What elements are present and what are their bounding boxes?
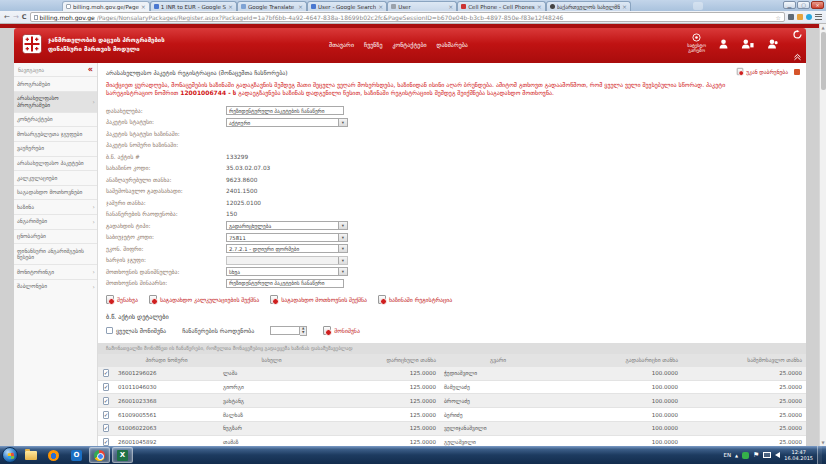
scroll-up-icon[interactable]: ▲	[820, 24, 826, 31]
sidebar-item[interactable]: ვაუჩერები	[14, 141, 97, 156]
browser-tab[interactable]: Cell Phone - Cell Phones ×	[457, 1, 546, 11]
maximize-button[interactable]: ▢	[797, 1, 810, 9]
browser-tab[interactable]: User ×	[387, 1, 457, 11]
forward-arrow-icon[interactable]: →	[13, 13, 19, 22]
sidebar-menu: პროგრამები არასახელფასო პროგრამები › კონ…	[14, 76, 97, 294]
row-checkbox[interactable]: ✓	[103, 424, 110, 432]
show-desktop-button[interactable]	[817, 446, 822, 464]
taskbar-excel-button[interactable]: X	[112, 447, 133, 463]
sidebar-item[interactable]: ანგარიშები ›	[14, 214, 97, 229]
panel-corner-icon[interactable]	[794, 69, 800, 75]
taskbar-firefox-button[interactable]	[43, 447, 64, 463]
user-icon[interactable]	[718, 38, 729, 49]
sidebar-item[interactable]: კალკულაციები	[14, 170, 97, 185]
close-button[interactable]: ×	[811, 1, 824, 9]
select-value: სხვა	[227, 268, 338, 275]
taskbar-outlook-button[interactable]: O	[66, 447, 87, 463]
action-center-flag-icon[interactable]: ⚑	[753, 452, 759, 459]
sidebar-item[interactable]: მოსარგებლეთა ჯგუფები	[14, 126, 97, 141]
sidebar-item-label: საგადახდო მოთხოვნები	[17, 189, 82, 195]
tab-close-icon[interactable]: ×	[448, 4, 453, 10]
browser-tab[interactable]: User - Google Search ×	[307, 1, 387, 11]
action-button[interactable]: საგადახდო კალკულაციების შექმნა	[149, 295, 259, 304]
taskbar-chrome-button[interactable]	[89, 447, 110, 463]
row-checkbox[interactable]: ✓	[103, 383, 110, 391]
tab-close-icon[interactable]: ×	[141, 4, 146, 10]
select-all-checkbox[interactable]	[106, 327, 113, 334]
page-scrollbar[interactable]: ▲ ▼	[819, 24, 826, 446]
action-button[interactable]: შენახვა	[106, 295, 138, 304]
network-icon[interactable]	[763, 452, 771, 458]
row-checkbox[interactable]: ✓	[103, 411, 110, 419]
user-group-icon[interactable]	[766, 38, 778, 49]
select-field[interactable]: 75811 ▾	[226, 233, 348, 242]
table-row: ✓ 61006022063 ნუგზარ 125.0000 ველიჯანაშვ…	[98, 421, 806, 435]
sidebar-item[interactable]: პროგრამები	[14, 76, 97, 91]
sidebar-item[interactable]: კონტრაქტები	[14, 112, 97, 127]
action-button[interactable]: ხაზინაში რეგისტრაცია	[378, 295, 452, 304]
sidebar-item[interactable]: შაბლონები ›	[14, 279, 97, 294]
address-bar[interactable]: billing.moh.gov.ge /Pages/NonsalaryPacka…	[30, 12, 785, 22]
sidebar-item[interactable]: მონიტორინგი ›	[14, 264, 97, 279]
tab-close-icon[interactable]: ×	[378, 4, 383, 10]
tab-close-icon[interactable]: ×	[228, 4, 233, 10]
user-list-icon[interactable]	[741, 38, 754, 49]
browser-tab[interactable]: 1 INR to EUR - Google S ×	[150, 1, 237, 11]
count-input[interactable]	[270, 326, 300, 335]
page-title: არასახელფასო პაკეტის რეგისტრაცია (მონაცე…	[106, 69, 798, 76]
chevron-down-icon: ▾	[338, 234, 347, 241]
scroll-down-icon[interactable]: ▼	[820, 439, 826, 446]
tab-close-icon[interactable]: ×	[298, 4, 303, 10]
taskbar-explorer-button[interactable]	[20, 447, 41, 463]
browser-tab[interactable]: Google Translate ×	[237, 1, 307, 11]
row-checkbox[interactable]: ✓	[103, 369, 110, 377]
tab-close-icon[interactable]: ×	[537, 4, 542, 10]
language-indicator[interactable]: EN	[723, 452, 731, 458]
volume-icon[interactable]	[775, 452, 780, 458]
tab-favicon	[461, 4, 466, 9]
scrollbar-thumb[interactable]	[821, 32, 826, 90]
collapse-chevron-icon[interactable]	[793, 53, 802, 61]
chrome-menu-icon[interactable]	[815, 14, 822, 20]
sidebar-item[interactable]: ცნობარები	[14, 229, 97, 244]
row-checkbox[interactable]: ✓	[103, 397, 110, 405]
test-environment-icon[interactable]: სატესტო გარემო	[687, 33, 706, 54]
sidebar-item[interactable]: არასახელფასო პაკეტები	[14, 156, 97, 171]
select-field[interactable]: აქტიური ▾	[226, 118, 348, 127]
row-checkbox[interactable]: ✓	[103, 438, 110, 446]
sidebar-collapse-icon[interactable]: «	[88, 66, 93, 73]
send-extension-icon[interactable]	[788, 14, 794, 20]
blue-extension-icon[interactable]	[806, 14, 812, 20]
orange-extension-icon[interactable]	[797, 14, 803, 20]
back-arrow-icon[interactable]: ←	[4, 13, 10, 22]
stepper-arrows-icon[interactable]: ▲▼	[300, 326, 307, 336]
mark-button[interactable]: მონიშვნა	[323, 326, 360, 335]
tab-close-icon[interactable]: ×	[622, 4, 627, 10]
text-field[interactable]	[226, 279, 344, 288]
action-button[interactable]: საგადახდო მოთხოვნის შექმნა	[270, 295, 367, 304]
taskbar-clock[interactable]: 12:47 16.04.2015	[784, 449, 813, 461]
site-nav-link[interactable]: ჩვენზე	[364, 41, 382, 48]
select-field[interactable]: სხვა ▾	[226, 267, 348, 276]
hidden-icons-arrow[interactable]: ▲	[735, 453, 738, 458]
browser-tab[interactable]: საქართველოს სახელმწ ×	[546, 1, 631, 11]
sidebar-item[interactable]: ფინანსური ანგარიშგების წესები	[14, 243, 97, 264]
select-field[interactable]: 2.7.2.1 - დღიური ფორმები ▾	[226, 244, 348, 253]
reload-icon[interactable]: C	[22, 13, 27, 21]
new-tab-button[interactable]	[693, 2, 703, 10]
sidebar-item[interactable]: საგადახდო მოთხოვნები	[14, 185, 97, 200]
refresh-icon[interactable]	[793, 30, 802, 39]
site-nav-link[interactable]: დახმარება	[437, 41, 468, 48]
minimize-button[interactable]: ▁	[783, 1, 796, 9]
text-field[interactable]	[226, 106, 344, 115]
browser-tab[interactable]: billing.moh.gov.ge/Page ×	[62, 1, 150, 11]
start-button[interactable]	[2, 447, 18, 463]
sidebar-item[interactable]: არასახელფასო პროგრამები ›	[14, 91, 97, 112]
site-nav-link[interactable]: მთავარი	[329, 41, 354, 48]
sidebar-item[interactable]: ხაზინა ›	[14, 199, 97, 214]
bookmark-star-icon[interactable]: ☆	[776, 14, 781, 21]
site-nav-link[interactable]: კონტაქტები	[392, 41, 426, 48]
antivirus-icon[interactable]	[742, 452, 749, 459]
back-link[interactable]: უკან დაბრუნება	[736, 67, 800, 76]
select-field[interactable]: გადარიცხულება ▾	[226, 221, 348, 230]
